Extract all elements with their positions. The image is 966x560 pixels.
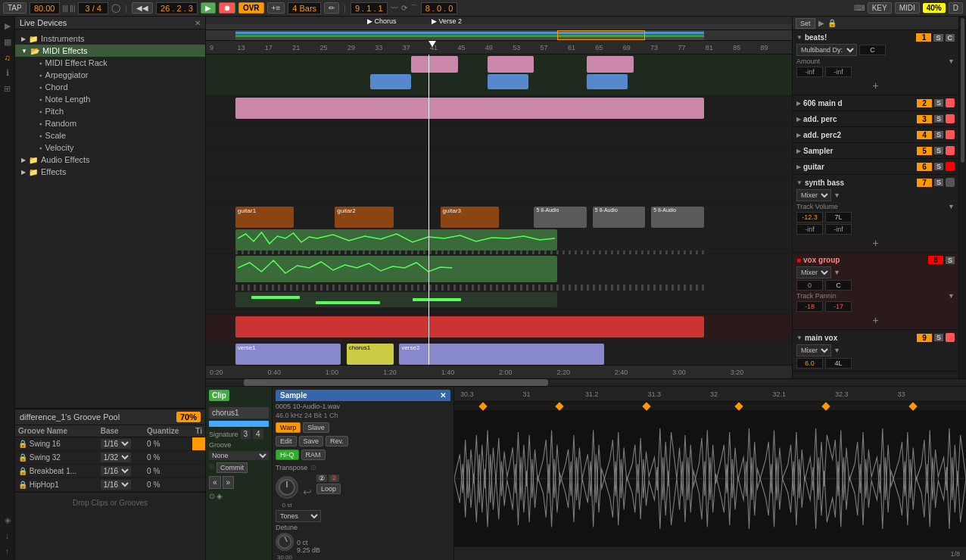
mixer-name-voxgroup[interactable]: vox group [803,256,926,264]
arr-scroll-thumb[interactable] [961,18,964,163]
collapse-icon-addperc[interactable]: ▶ [796,116,801,123]
groove-percentage[interactable]: 70% [176,412,201,422]
mixer-rec-synthbass[interactable] [946,178,955,187]
groove-base-breakbeat[interactable]: 1/16 [98,465,144,478]
mixer-s-addperc[interactable]: S [934,115,943,123]
arrow-reverse[interactable]: ↩ [303,474,312,509]
browser-item-note-length[interactable]: ▪ Note Length [15,93,205,105]
commit-button[interactable]: Commit [217,462,248,473]
mixer-name-mainvox[interactable]: main vox [805,334,915,342]
mixer-lock-icon[interactable]: 🔒 [827,19,837,27]
groove-base-swing32[interactable]: 1/32 [98,451,144,465]
sample-close-icon[interactable]: ✕ [440,391,446,400]
bass-clip1[interactable] [235,256,558,282]
clip-block[interactable] [488,56,534,73]
base-select-breakbeat[interactable]: 1/16 [101,466,131,476]
add-button[interactable]: +≡ [267,2,285,14]
hiq-button[interactable]: Hi-Q [276,450,299,460]
mixer-s-voxgroup[interactable]: S [946,257,955,264]
mixer-name-sampler[interactable]: Sampler [803,147,915,155]
mixer-c-val[interactable]: C [859,45,886,55]
mixer-mainvox-arrow[interactable]: ▼ [834,347,840,354]
mixer-add-beats[interactable]: + [794,78,957,93]
browser-item-midi-effect-rack[interactable]: ▪ MIDI Effect Rack [15,57,205,69]
mixer-name-beats[interactable]: beats! [805,33,915,42]
mixer-name-guitar[interactable]: guitar [803,163,915,171]
bpm-display[interactable]: 80.00 [30,2,60,14]
mixer-name-synthbass[interactable]: synth bass [805,179,915,187]
arr-hscrollbar[interactable] [206,378,966,386]
mixer-c-beats[interactable]: C [946,34,955,42]
edit-button[interactable]: Edit [276,436,297,446]
marker-diamond-6[interactable] [908,402,917,410]
voxgroup-clip[interactable] [235,316,704,338]
marker-diamond-3[interactable] [642,402,650,410]
mixer-s-606[interactable]: S [934,99,943,107]
loop-button[interactable]: Loop [316,484,341,494]
clip-block[interactable] [587,56,634,73]
mixer-s-addperc2[interactable]: S [934,131,943,138]
mixer-voxgroup-select[interactable]: Mixer [796,266,831,278]
collapse-icon-beats[interactable]: ▼ [796,34,802,41]
mixer-active-guitar[interactable] [946,162,955,171]
mixer-synthbass-select[interactable]: Mixer [796,189,831,201]
mixer-mainvox-select[interactable]: Mixer [796,344,831,356]
arrow-up-icon[interactable]: ↑ [4,545,11,557]
clip-icon2[interactable]: ◈ [217,492,223,500]
time-right[interactable]: 8 . 0 . 0 [421,2,458,14]
lock-icon[interactable]: 🔒 [18,440,27,448]
arrow-down-icon[interactable]: ↓ [4,530,11,542]
guitar1-clip[interactable]: guitar1 [235,207,294,228]
warp-button[interactable]: Warp [276,422,301,433]
browser-item-pitch[interactable]: ▪ Pitch [15,105,205,117]
mixer-name-606[interactable]: 606 main d [803,99,915,107]
mixer-s-synthbass[interactable]: S [934,179,943,186]
mixer-rec-addperc[interactable] [946,114,955,123]
chorus1-clip[interactable]: chorus1 [347,344,394,365]
mixer-set-button[interactable]: Set [796,18,815,29]
viewport-indicator[interactable] [557,30,645,40]
guitar-audio3[interactable]: 5 8-Audio [651,207,704,228]
mixer-multiband-select[interactable]: Multiband Dy: [796,44,857,56]
ram-button[interactable]: RAM [301,450,326,460]
mixer-vol-arrow[interactable]: ▼ [948,203,955,210]
marker-diamond-1[interactable] [478,402,487,410]
browser-item-velocity[interactable]: ▪ Velocity [15,142,205,154]
loop-display[interactable]: 4 Bars [288,2,321,14]
verse2-clip[interactable]: verse2 [399,344,604,365]
detune-knob[interactable] [276,533,294,551]
clip-606[interactable] [235,98,704,119]
clip-icon[interactable]: ◈ [3,514,12,527]
base-select-swing16[interactable]: 1/16 [101,439,131,449]
sig-den[interactable]: 4 [253,429,263,439]
lock-icon[interactable]: 🔒 [18,453,27,462]
clip-block-blue2[interactable] [488,74,528,89]
guitar-audio2[interactable]: 5 8-Audio [593,207,646,228]
rev-button[interactable]: Rev. [326,436,348,446]
collapse-icon-mainvox[interactable]: ▼ [796,334,802,341]
save-button[interactable]: Save [299,436,324,446]
rewind-button[interactable]: ◀◀ [132,2,153,14]
mixer-s-beats[interactable]: S [933,34,943,42]
guitar-wave[interactable] [235,229,558,250]
clip-block[interactable] [411,56,458,73]
mixer-rec-mainvox[interactable] [946,333,955,342]
mixer-name-addperc[interactable]: add. perc [803,115,915,123]
mixer-rec-sampler[interactable] [946,146,955,155]
mixer-down-icon[interactable]: ▼ [948,58,955,65]
pencil-button[interactable]: ✏ [324,2,339,14]
arr-scrollbar[interactable] [958,17,966,378]
mixer-add-voxgroup[interactable]: + [794,313,957,328]
mixer-pan-arrow[interactable]: ▼ [948,292,955,300]
device-icon[interactable]: ⊞ [2,82,12,95]
groove-base-hiphop[interactable]: 1/16 [98,478,144,492]
sample-tab-label[interactable]: Sample [280,391,440,400]
arr-hscroll-thumb[interactable] [244,379,548,386]
mixer-right-icon[interactable]: ▶ [818,19,824,27]
mixer-vox-arrow[interactable]: ▼ [834,269,840,276]
marker-diamond-5[interactable] [821,402,830,410]
transpose-knob[interactable] [276,476,298,499]
mixer-synthbass-arrow[interactable]: ▼ [834,191,840,199]
groove-base-swing16[interactable]: 1/16 [98,437,144,451]
mixer-s-sampler[interactable]: S [934,147,943,154]
